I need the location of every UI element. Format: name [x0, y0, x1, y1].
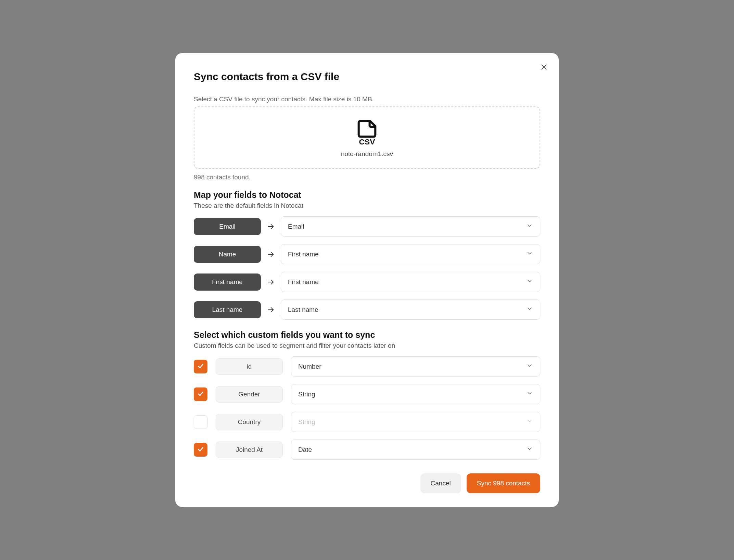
- chevron-down-icon: [526, 278, 533, 286]
- file-dropzone[interactable]: CSV noto-random1.csv: [194, 106, 540, 169]
- mapping-row: First name First name: [194, 272, 540, 292]
- custom-field-type-select[interactable]: Number: [291, 356, 540, 377]
- select-value: Last name: [288, 306, 318, 314]
- svg-text:CSV: CSV: [359, 137, 376, 145]
- custom-field-checkbox[interactable]: [194, 360, 207, 373]
- custom-field-row: Gender String: [194, 384, 540, 404]
- contacts-found-text: 998 contacts found.: [194, 174, 540, 181]
- custom-field-row: Country String: [194, 412, 540, 432]
- mapping-heading: Map your fields to Notocat: [194, 190, 540, 200]
- chevron-down-icon: [526, 250, 533, 258]
- target-field-select[interactable]: Email: [281, 216, 540, 237]
- arrow-right-icon: [267, 306, 275, 314]
- sync-button[interactable]: Sync 998 contacts: [467, 473, 540, 493]
- chevron-down-icon: [526, 305, 533, 314]
- source-field-chip: Email: [194, 218, 261, 235]
- chevron-down-icon: [526, 222, 533, 231]
- custom-field-type-select[interactable]: String: [291, 384, 540, 404]
- close-button[interactable]: [539, 62, 549, 73]
- check-icon: [197, 362, 204, 371]
- select-value: First name: [288, 278, 319, 286]
- csv-file-icon: CSV: [356, 119, 378, 147]
- uploaded-filename: noto-random1.csv: [341, 150, 393, 158]
- custom-field-checkbox[interactable]: [194, 415, 207, 429]
- custom-fields-heading: Select which custom fields you want to s…: [194, 330, 540, 340]
- arrow-right-icon: [267, 223, 275, 230]
- custom-field-type-select: String: [291, 412, 540, 432]
- close-icon: [540, 67, 548, 72]
- modal-title: Sync contacts from a CSV file: [194, 71, 540, 82]
- select-value: Date: [298, 446, 312, 454]
- select-value: Number: [298, 363, 321, 370]
- custom-field-chip: Joined At: [216, 442, 283, 458]
- target-field-select[interactable]: First name: [281, 272, 540, 292]
- select-value: Email: [288, 223, 304, 230]
- chevron-down-icon: [526, 390, 533, 398]
- select-value: First name: [288, 251, 319, 258]
- cancel-button[interactable]: Cancel: [420, 473, 461, 493]
- custom-field-chip: id: [216, 358, 283, 375]
- custom-field-chip: Country: [216, 414, 283, 430]
- mapping-row: Name First name: [194, 244, 540, 264]
- custom-field-type-select[interactable]: Date: [291, 440, 540, 460]
- upload-instruction: Select a CSV file to sync your contacts.…: [194, 96, 540, 103]
- custom-field-checkbox[interactable]: [194, 387, 207, 401]
- chevron-down-icon: [526, 418, 533, 426]
- chevron-down-icon: [526, 445, 533, 454]
- custom-fields-subtext: Custom fields can be used to segment and…: [194, 342, 540, 349]
- select-value: String: [298, 418, 315, 426]
- target-field-select[interactable]: Last name: [281, 300, 540, 320]
- chevron-down-icon: [526, 362, 533, 371]
- check-icon: [197, 445, 204, 454]
- select-value: String: [298, 391, 315, 398]
- sync-contacts-modal: Sync contacts from a CSV file Select a C…: [175, 53, 559, 507]
- arrow-right-icon: [267, 251, 275, 258]
- mapping-row: Last name Last name: [194, 300, 540, 320]
- source-field-chip: Last name: [194, 301, 261, 318]
- arrow-right-icon: [267, 278, 275, 286]
- mapping-row: Email Email: [194, 216, 540, 237]
- check-icon: [197, 390, 204, 399]
- custom-field-row: id Number: [194, 356, 540, 377]
- source-field-chip: Name: [194, 246, 261, 263]
- mapping-subtext: These are the default fields in Notocat: [194, 202, 540, 209]
- source-field-chip: First name: [194, 273, 261, 291]
- custom-field-chip: Gender: [216, 386, 283, 403]
- custom-field-row: Joined At Date: [194, 440, 540, 460]
- target-field-select[interactable]: First name: [281, 244, 540, 264]
- modal-footer: Cancel Sync 998 contacts: [194, 473, 540, 493]
- custom-field-checkbox[interactable]: [194, 443, 207, 457]
